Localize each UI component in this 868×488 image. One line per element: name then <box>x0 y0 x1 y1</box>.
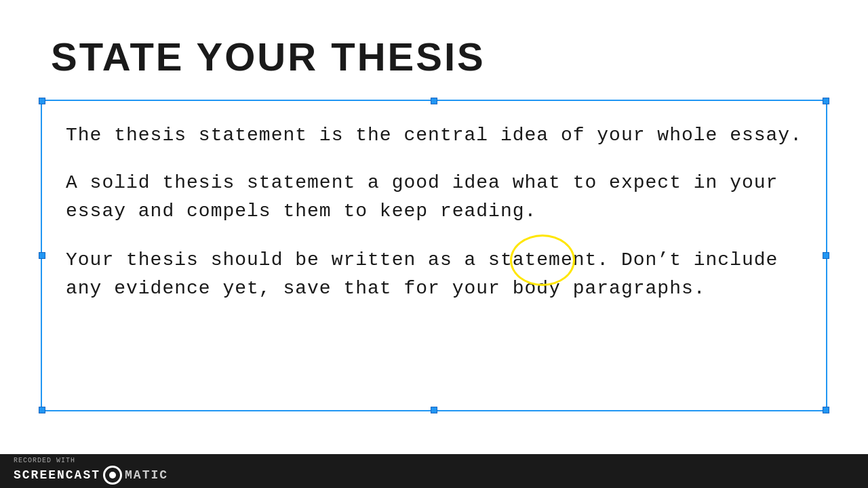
watermark-bar: RECORDED WITH SCREENCAST MATIC <box>0 454 868 488</box>
paragraph-3: Your thesis should be written as a state… <box>66 246 802 303</box>
highlighted-word: statement <box>488 249 597 270</box>
highlight-circle: statement <box>488 246 597 274</box>
handle-middle-right[interactable] <box>823 252 829 259</box>
brand-suffix: MATIC <box>125 468 168 482</box>
handle-bottom-left[interactable] <box>39 407 45 413</box>
handle-top-center[interactable] <box>431 98 437 104</box>
handle-bottom-center[interactable] <box>431 407 437 413</box>
paragraph-2: A solid thesis statement a good idea wha… <box>66 169 802 226</box>
recorded-with-label: RECORDED WITH <box>14 458 168 464</box>
handle-bottom-right[interactable] <box>823 407 829 413</box>
watermark-brand: SCREENCAST MATIC <box>14 466 168 485</box>
content-box: The thesis statement is the central idea… <box>41 100 827 411</box>
handle-middle-left[interactable] <box>39 252 45 259</box>
slide-container: STATE YOUR THESIS The thesis statement i… <box>0 0 868 488</box>
paragraph-3-before: Your thesis should be written as a <box>66 249 488 270</box>
slide-title: STATE YOUR THESIS <box>51 34 854 79</box>
screencast-icon <box>103 466 122 485</box>
handle-top-left[interactable] <box>39 98 45 104</box>
watermark-logo: RECORDED WITH SCREENCAST MATIC <box>14 458 168 485</box>
screencast-icon-inner <box>109 472 116 479</box>
paragraph-1: The thesis statement is the central idea… <box>66 121 802 150</box>
handle-top-right[interactable] <box>823 98 829 104</box>
brand-name: SCREENCAST <box>14 468 100 482</box>
